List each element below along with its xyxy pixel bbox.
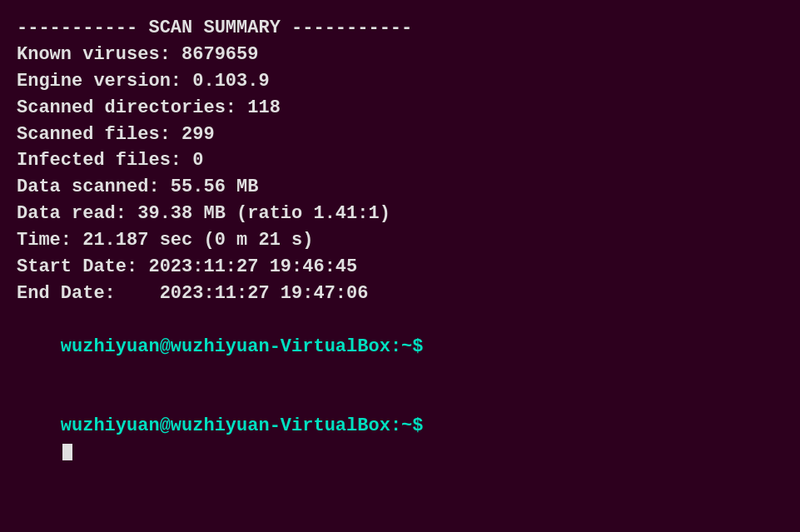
- prompt-line-2[interactable]: wuzhiyuan@wuzhiyuan-VirtualBox:~$: [17, 386, 783, 493]
- prompt-text-2: wuzhiyuan@wuzhiyuan-VirtualBox:~$: [61, 415, 424, 436]
- engine-version-line: Engine version: 0.103.9: [17, 68, 783, 95]
- start-date-line: Start Date: 2023:11:27 19:46:45: [17, 254, 783, 281]
- infected-files-line: Infected files: 0: [17, 147, 783, 174]
- end-date-line: End Date: 2023:11:27 19:47:06: [17, 281, 783, 307]
- prompt-text-1: wuzhiyuan@wuzhiyuan-VirtualBox:~$: [61, 336, 424, 357]
- terminal-window: ----------- SCAN SUMMARY ----------- Kno…: [17, 8, 783, 524]
- prompt-line-1[interactable]: wuzhiyuan@wuzhiyuan-VirtualBox:~$: [17, 307, 783, 387]
- time-line: Time: 21.187 sec (0 m 21 s): [17, 227, 783, 254]
- data-scanned-line: Data scanned: 55.56 MB: [17, 174, 783, 201]
- cursor: [62, 444, 72, 460]
- scanned-directories-line: Scanned directories: 118: [17, 95, 783, 122]
- known-viruses-line: Known viruses: 8679659: [17, 42, 783, 68]
- scan-summary-header: ----------- SCAN SUMMARY -----------: [17, 15, 783, 42]
- scanned-files-line: Scanned files: 299: [17, 122, 783, 148]
- data-read-line: Data read: 39.38 MB (ratio 1.41:1): [17, 201, 783, 227]
